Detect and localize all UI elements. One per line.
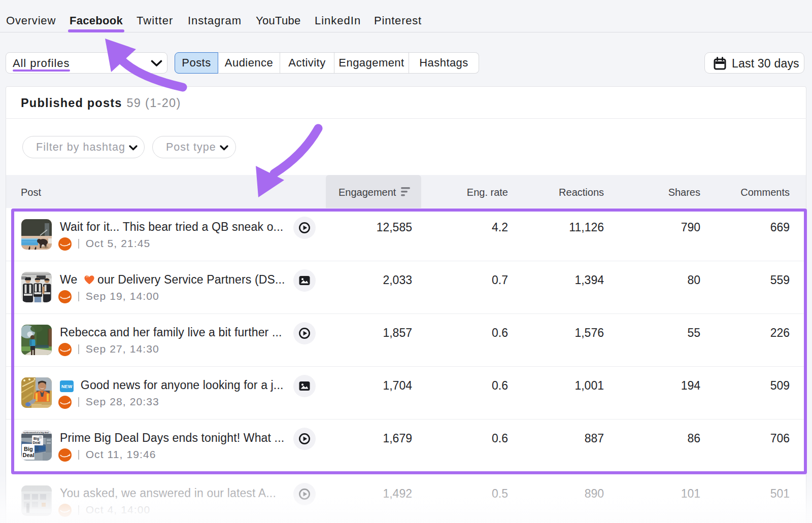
- svg-text:Big: Big: [33, 437, 39, 441]
- svg-text:eyebrowsed of a big deal: eyebrowsed of a big deal: [23, 431, 49, 434]
- svg-text:Deal: Deal: [33, 441, 41, 444]
- svg-text:Deal: Deal: [23, 452, 35, 458]
- svg-text:Big: Big: [24, 446, 33, 452]
